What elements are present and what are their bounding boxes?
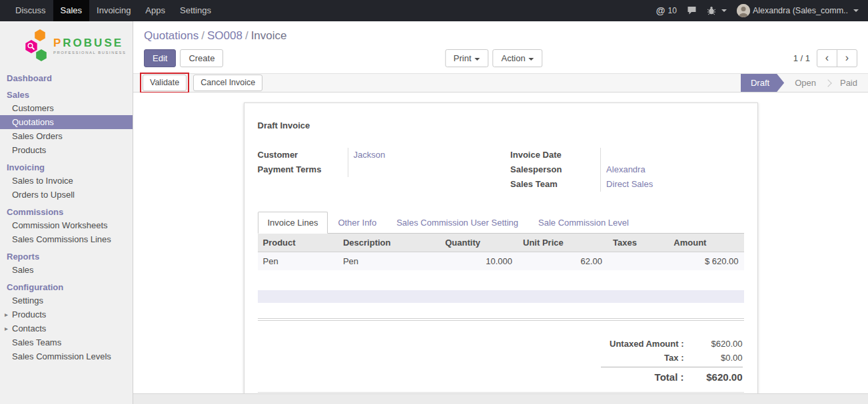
sidebar-heading-commissions[interactable]: Commissions <box>0 202 133 218</box>
untaxed-amount-value: $620.00 <box>684 339 743 349</box>
probuse-logo: PROBUSE PROFESSIONAL BUSINESS <box>0 21 133 68</box>
sidebar-heading-reports[interactable]: Reports <box>0 246 133 263</box>
tax-value: $0.00 <box>684 353 743 363</box>
caret-right-icon: ▸ <box>5 323 8 333</box>
cell-description[interactable]: Pen <box>338 252 440 271</box>
payment-terms-label: Payment Terms <box>258 162 348 177</box>
invoice-lines-table: Product Description Quantity Unit Price … <box>258 234 744 270</box>
separator-lines <box>258 318 744 321</box>
sidebar-item-quotations[interactable]: Quotations <box>0 115 133 129</box>
cancel-invoice-button[interactable]: Cancel Invoice <box>193 75 262 91</box>
chevron-down-icon <box>475 58 480 61</box>
right-field-group: Invoice Date Salesperson Alexandra Sales… <box>510 148 743 192</box>
action-dropdown-button[interactable]: Action <box>493 49 543 67</box>
pager-previous-button[interactable]: ‹ <box>817 49 837 67</box>
menu-settings[interactable]: Settings <box>173 0 218 21</box>
tab-sales-commission-user-setting[interactable]: Sales Commission User Setting <box>386 212 528 234</box>
table-header-row: Product Description Quantity Unit Price … <box>258 234 744 252</box>
tax-label: Tax : <box>664 353 683 363</box>
sidebar-item-config-settings[interactable]: Settings <box>0 294 133 307</box>
breadcrumb-invoice: Invoice <box>251 29 287 42</box>
menu-apps[interactable]: Apps <box>138 0 173 21</box>
tab-invoice-lines[interactable]: Invoice Lines <box>258 212 328 234</box>
sidebar-item-sales-to-invoice[interactable]: Sales to Invoice <box>0 174 133 188</box>
messages-button[interactable] <box>687 6 697 15</box>
sidebar-item-config-products[interactable]: ▸Products <box>0 307 133 321</box>
salesperson-value[interactable]: Alexandra <box>600 162 743 177</box>
chevron-down-icon <box>529 58 534 61</box>
hexagons-logo-icon <box>24 28 49 63</box>
print-dropdown-button[interactable]: Print <box>445 49 489 67</box>
invoice-date-value[interactable] <box>600 148 743 162</box>
sidebar-heading-configuration[interactable]: Configuration <box>0 277 133 294</box>
cell-amount[interactable]: $ 620.00 <box>668 252 743 271</box>
sidebar-item-sales-orders[interactable]: Sales Orders <box>0 129 133 143</box>
cell-unit-price[interactable]: 62.00 <box>518 252 608 271</box>
customer-label: Customer <box>258 148 348 162</box>
debug-menu-button[interactable] <box>707 6 727 15</box>
tab-sale-commission-level[interactable]: Sale Commission Level <box>528 212 639 234</box>
sidebar-item-sales-teams[interactable]: Sales Teams <box>0 335 133 349</box>
sidebar-heading-invoicing[interactable]: Invoicing <box>0 157 133 174</box>
sidebar-item-reports-sales[interactable]: Sales <box>0 263 133 277</box>
sidebar-item-orders-to-upsell[interactable]: Orders to Upsell <box>0 188 133 202</box>
breadcrumb-quotations[interactable]: Quotations <box>144 29 199 42</box>
menu-discuss[interactable]: Discuss <box>8 0 53 21</box>
control-panel: Quotations/SO008/Invoice Edit Create Pri… <box>133 21 868 73</box>
edit-button[interactable]: Edit <box>144 49 176 67</box>
menu-sales[interactable]: Sales <box>53 0 90 21</box>
breadcrumb-separator: / <box>242 29 251 42</box>
sidebar-item-sales-commissions-lines[interactable]: Sales Commissions Lines <box>0 232 133 246</box>
validate-button[interactable]: Validate <box>143 75 187 91</box>
tab-other-info[interactable]: Other Info <box>328 212 386 234</box>
total-label: Total : <box>655 371 684 383</box>
sheet-bottom-divider <box>258 392 744 393</box>
chevron-down-icon <box>853 9 859 12</box>
caret-right-icon: ▸ <box>5 309 8 319</box>
cell-product[interactable]: Pen <box>258 252 338 271</box>
cell-taxes[interactable] <box>608 252 668 271</box>
pager-next-button[interactable]: › <box>837 49 857 67</box>
activities-button[interactable]: @ 10 <box>656 5 677 16</box>
payment-terms-value[interactable] <box>348 162 491 177</box>
brand-first-letter: P <box>53 37 63 49</box>
stage-paid[interactable]: Paid <box>829 74 868 92</box>
bug-icon <box>707 6 716 15</box>
sidebar-item-config-contacts[interactable]: ▸Contacts <box>0 321 133 335</box>
sidebar-item-customers[interactable]: Customers <box>0 101 133 115</box>
invoice-sheet: Draft Invoice Customer Jackson Payment T… <box>244 102 758 393</box>
sales-team-value[interactable]: Direct Sales <box>600 177 743 192</box>
sidebar-heading-sales[interactable]: Sales <box>0 85 133 101</box>
menu-invoicing[interactable]: Invoicing <box>89 0 138 21</box>
create-button[interactable]: Create <box>180 49 223 67</box>
customer-value[interactable]: Jackson <box>348 148 491 162</box>
left-field-group: Customer Jackson Payment Terms <box>258 148 491 192</box>
salesperson-label: Salesperson <box>510 162 600 177</box>
header-amount: Amount <box>668 234 743 252</box>
header-quantity: Quantity <box>440 234 518 252</box>
brand-rest: ROBUSE <box>63 37 123 49</box>
sidebar-item-label: Contacts <box>12 323 46 333</box>
cell-quantity[interactable]: 10.000 <box>440 252 518 271</box>
user-menu[interactable]: Alexandra (Sales_comm.. <box>737 4 859 17</box>
untaxed-amount-label: Untaxed Amount : <box>610 339 683 349</box>
activities-icon: @ <box>656 5 665 16</box>
sidebar-item-commission-worksheets[interactable]: Commission Worksheets <box>0 218 133 232</box>
empty-line-strip <box>258 290 744 303</box>
chat-bubble-icon <box>687 6 697 15</box>
sidebar-item-sales-commission-levels[interactable]: Sales Commission Levels <box>0 349 133 363</box>
invoice-date-label: Invoice Date <box>510 148 600 162</box>
sidebar-heading-dashboard[interactable]: Dashboard <box>0 68 133 85</box>
pager-count: 1 / 1 <box>793 53 810 63</box>
stage-draft[interactable]: Draft <box>741 74 784 92</box>
activities-count: 10 <box>668 6 677 15</box>
avatar <box>737 4 750 17</box>
main-panel: Quotations/SO008/Invoice Edit Create Pri… <box>133 21 868 404</box>
status-pipeline: Draft Open Paid <box>741 74 868 92</box>
form-view-area: Draft Invoice Customer Jackson Payment T… <box>133 93 868 393</box>
stage-open[interactable]: Open <box>784 74 827 92</box>
breadcrumb-so008[interactable]: SO008 <box>207 29 242 42</box>
top-navbar: Discuss Sales Invoicing Apps Settings @ … <box>0 0 868 21</box>
sidebar-item-products[interactable]: Products <box>0 143 133 157</box>
table-row[interactable]: Pen Pen 10.000 62.00 $ 620.00 <box>258 252 744 271</box>
